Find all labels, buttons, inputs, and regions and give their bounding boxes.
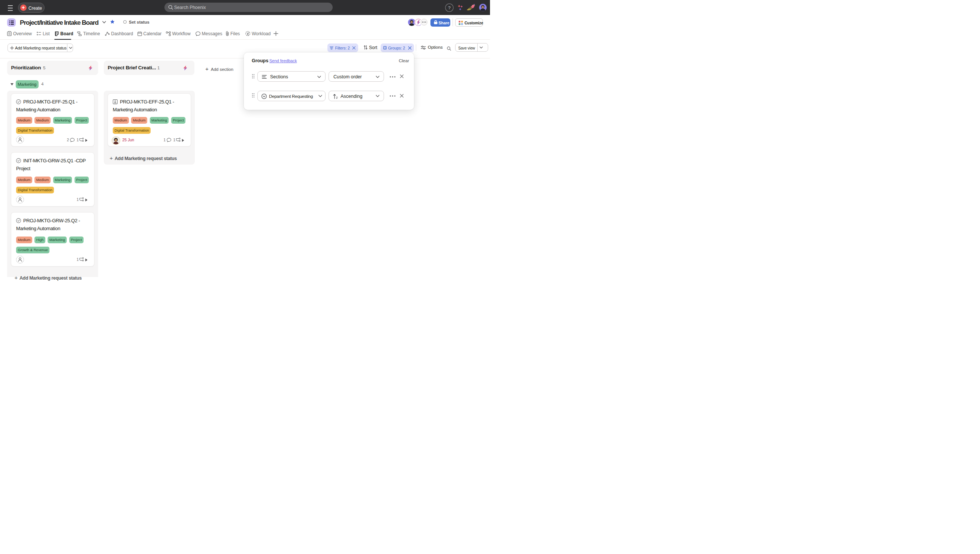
svg-text:?: ? — [448, 5, 450, 10]
